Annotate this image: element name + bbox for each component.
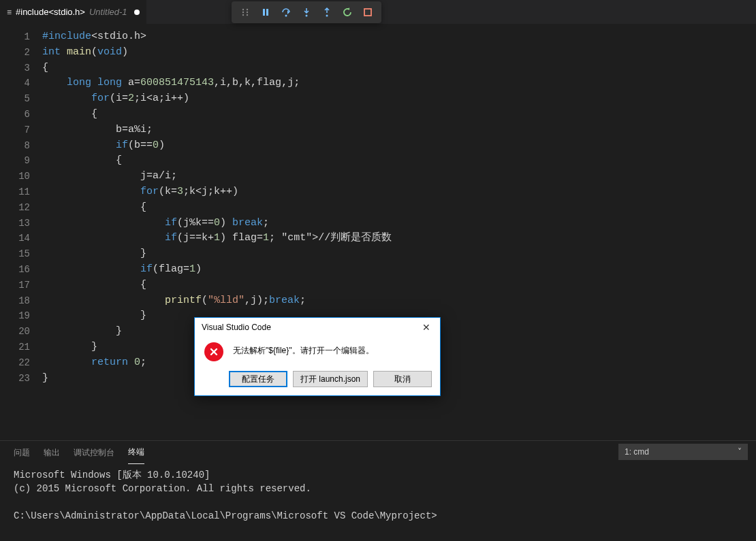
code-line[interactable]: } — [42, 246, 756, 262]
svg-point-9 — [306, 15, 308, 17]
code-line[interactable]: printf("%lld",j);break; — [42, 293, 756, 309]
line-number: 4 — [0, 76, 30, 91]
svg-rect-7 — [266, 9, 268, 16]
line-number: 15 — [0, 246, 30, 262]
line-number: 21 — [0, 340, 30, 355]
dialog-message: 无法解析"${file}"。请打开一个编辑器。 — [233, 342, 374, 357]
chevron-down-icon: ˅ — [738, 447, 742, 457]
pause-button[interactable] — [256, 3, 275, 22]
svg-point-3 — [247, 12, 248, 13]
svg-rect-11 — [364, 9, 371, 16]
terminal-output[interactable]: Microsoft Windows [版本 10.0.10240] (c) 20… — [0, 464, 756, 527]
code-line[interactable]: b=a%i; — [42, 122, 756, 138]
code-line[interactable]: if(j==k+1) flag=1; "cmt">//判断是否质数 — [42, 231, 756, 246]
dialog-title-text: Visual Studio Code — [202, 323, 271, 332]
panel-tab-bar: 问题输出调试控制台终端 1: cmd ˅ — [0, 441, 756, 464]
line-number: 11 — [0, 184, 30, 200]
dialog-titlebar: Visual Studio Code ✕ — [195, 318, 440, 337]
svg-point-0 — [242, 9, 244, 10]
line-number: 7 — [0, 122, 30, 138]
svg-point-10 — [326, 15, 328, 17]
terminal-selector[interactable]: 1: cmd ˅ — [618, 444, 748, 460]
svg-point-4 — [242, 14, 244, 16]
panel-tab-1[interactable]: 输出 — [44, 442, 60, 464]
cancel-button[interactable]: 取消 — [373, 371, 432, 387]
stop-button[interactable] — [358, 3, 377, 22]
svg-rect-6 — [263, 9, 265, 16]
line-number: 17 — [0, 278, 30, 293]
editor-tab[interactable]: ≡ #include<stdio.h> Untitled-1 — [0, 0, 146, 24]
line-number: 6 — [0, 107, 30, 122]
code-line[interactable]: { — [42, 278, 756, 293]
tab-title: #include<stdio.h> — [16, 7, 85, 17]
code-line[interactable]: j=a/i; — [42, 169, 756, 184]
code-line[interactable]: { — [42, 153, 756, 169]
code-line[interactable]: for(k=3;k<j;k++) — [42, 184, 756, 200]
code-line[interactable]: { — [42, 61, 756, 76]
line-number: 2 — [0, 45, 30, 61]
code-line[interactable]: #include<stdio.h> — [42, 29, 756, 45]
line-number: 18 — [0, 293, 30, 309]
bottom-panel: 问题输出调试控制台终端 1: cmd ˅ Microsoft Windows [… — [0, 440, 756, 541]
code-line[interactable]: for(i=2;i<a;i++) — [42, 91, 756, 107]
dialog-button-row: 配置任务 打开 launch.json 取消 — [195, 371, 440, 395]
code-line[interactable]: { — [42, 200, 756, 216]
line-number: 3 — [0, 61, 30, 76]
panel-tab-2[interactable]: 调试控制台 — [74, 442, 114, 464]
tab-subtitle: Untitled-1 — [89, 7, 127, 17]
code-line[interactable]: long long a=600851475143,i,b,k,flag,j; — [42, 76, 756, 91]
line-number: 16 — [0, 262, 30, 278]
code-line[interactable]: int main(void) — [42, 45, 756, 61]
error-icon — [204, 342, 223, 361]
drag-handle-icon[interactable] — [236, 3, 255, 22]
code-line[interactable]: if(b==0) — [42, 138, 756, 154]
code-line[interactable]: if(j%k==0) break; — [42, 216, 756, 231]
line-number: 9 — [0, 153, 30, 169]
line-number: 20 — [0, 324, 30, 340]
open-launch-json-button[interactable]: 打开 launch.json — [293, 371, 368, 387]
line-number: 23 — [0, 371, 30, 387]
code-line[interactable]: { — [42, 107, 756, 122]
debug-toolbar — [232, 1, 381, 23]
line-number: 12 — [0, 200, 30, 216]
line-number: 8 — [0, 138, 30, 154]
line-number: 10 — [0, 169, 30, 184]
svg-point-5 — [247, 14, 248, 16]
terminal-selector-label: 1: cmd — [625, 447, 649, 457]
tab-file-icon: ≡ — [7, 7, 12, 17]
close-icon[interactable]: ✕ — [418, 321, 435, 334]
line-number: 13 — [0, 216, 30, 231]
svg-point-2 — [242, 12, 244, 13]
panel-tab-3[interactable]: 终端 — [128, 441, 144, 464]
line-number: 1 — [0, 29, 30, 45]
dirty-indicator-icon — [134, 10, 140, 15]
svg-point-1 — [247, 9, 248, 10]
line-number: 5 — [0, 91, 30, 107]
step-into-button[interactable] — [297, 3, 316, 22]
code-line[interactable]: if(flag=1) — [42, 262, 756, 278]
line-number: 22 — [0, 355, 30, 371]
error-dialog: Visual Studio Code ✕ 无法解析"${file}"。请打开一个… — [194, 317, 441, 396]
step-over-button[interactable] — [277, 3, 296, 22]
panel-tab-0[interactable]: 问题 — [14, 442, 30, 464]
step-out-button[interactable] — [317, 3, 336, 22]
line-number: 19 — [0, 308, 30, 324]
svg-point-8 — [285, 15, 287, 17]
line-number: 14 — [0, 231, 30, 246]
line-number-gutter: 1234567891011121314151617181920212223 — [0, 24, 42, 436]
restart-button[interactable] — [338, 3, 357, 22]
configure-task-button[interactable]: 配置任务 — [229, 371, 287, 387]
